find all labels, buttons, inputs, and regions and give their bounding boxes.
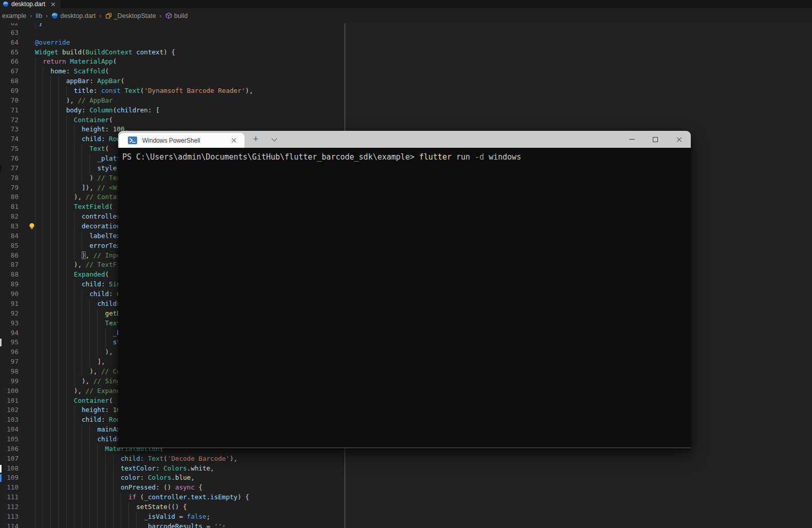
terminal-tab[interactable]: Windows PowerShell bbox=[119, 133, 244, 148]
indent-guides bbox=[35, 357, 97, 367]
indent-guides bbox=[35, 154, 97, 164]
indent-guides bbox=[35, 425, 97, 435]
code-line-67[interactable]: 67home: Scaffold( bbox=[0, 67, 345, 76]
code-line-69[interactable]: 69title: const Text('Dynamsoft Barcode R… bbox=[0, 86, 345, 96]
line-number[interactable]: 72 bbox=[0, 115, 18, 125]
code-line-107[interactable]: 107child: Text('Decode Barcode'), bbox=[0, 454, 345, 464]
line-number[interactable]: 105 bbox=[0, 435, 18, 444]
line-number[interactable]: 76 bbox=[0, 154, 18, 164]
line-number[interactable]: 75 bbox=[0, 144, 18, 154]
code-line-71[interactable]: 71body: Column(children: [ bbox=[0, 106, 345, 115]
line-number[interactable]: 91 bbox=[0, 299, 18, 309]
line-number[interactable]: 86 bbox=[0, 251, 18, 261]
code-line-70[interactable]: 70), // AppBar bbox=[0, 96, 345, 106]
line-number[interactable]: 99 bbox=[0, 377, 18, 386]
editor-tab-desktop-dart[interactable]: desktop.dart bbox=[0, 0, 61, 8]
line-number[interactable]: 81 bbox=[0, 202, 18, 212]
code-line-108[interactable]: 108textColor: Colors.white, bbox=[0, 464, 345, 474]
line-number[interactable]: 62 bbox=[0, 23, 18, 28]
indent-guides bbox=[35, 454, 121, 464]
line-number[interactable]: 78 bbox=[0, 173, 18, 183]
code-line-64[interactable]: 64@override bbox=[0, 38, 345, 48]
breadcrumb-item-method[interactable]: build bbox=[174, 12, 187, 19]
line-number[interactable]: 97 bbox=[0, 357, 18, 367]
line-number[interactable]: 82 bbox=[0, 212, 18, 222]
indent-guides bbox=[35, 222, 82, 231]
terminal-tab-close-icon[interactable] bbox=[231, 138, 236, 143]
line-number[interactable]: 66 bbox=[0, 57, 18, 67]
line-number[interactable]: 89 bbox=[0, 280, 18, 289]
line-number[interactable]: 104 bbox=[0, 425, 18, 435]
line-number[interactable]: 103 bbox=[0, 415, 18, 425]
line-number[interactable]: 96 bbox=[0, 347, 18, 357]
line-number[interactable]: 111 bbox=[0, 493, 18, 502]
line-number[interactable]: 84 bbox=[0, 231, 18, 241]
terminal-titlebar[interactable]: Windows PowerShell + bbox=[118, 131, 691, 148]
line-number[interactable]: 113 bbox=[0, 512, 18, 522]
terminal-body[interactable]: PS C:\Users\admin\Documents\GitHub\flutt… bbox=[118, 148, 691, 448]
new-tab-button[interactable]: + bbox=[250, 133, 262, 145]
line-number[interactable]: 90 bbox=[0, 289, 18, 299]
line-number[interactable]: 102 bbox=[0, 405, 18, 415]
line-number[interactable]: 93 bbox=[0, 319, 18, 328]
line-number[interactable]: 114 bbox=[0, 522, 18, 528]
editor-tab-close-icon[interactable] bbox=[50, 2, 55, 7]
breadcrumb-item-lib[interactable]: lib bbox=[36, 12, 43, 19]
close-button[interactable] bbox=[667, 131, 691, 148]
maximize-button[interactable] bbox=[644, 131, 667, 148]
code-line-113[interactable]: 113_isValid = false; bbox=[0, 512, 345, 522]
terminal-tab-title: Windows PowerShell bbox=[142, 137, 200, 144]
line-number[interactable]: 110 bbox=[0, 483, 18, 493]
indent-guides bbox=[35, 280, 82, 289]
code-line-68[interactable]: 68appBar: AppBar( bbox=[0, 76, 345, 86]
code-line-114[interactable]: 114_barcodeResults = ''; bbox=[0, 522, 345, 528]
indent-guides bbox=[35, 435, 97, 444]
line-number[interactable]: 69 bbox=[0, 86, 18, 96]
line-number[interactable]: 92 bbox=[0, 309, 18, 319]
code-line-112[interactable]: 112setState(() { bbox=[0, 502, 345, 512]
code-line-109[interactable]: 109color: Colors.blue, bbox=[0, 473, 345, 483]
code-line-110[interactable]: 110onPressed: () async { bbox=[0, 483, 345, 493]
line-number[interactable]: 108 bbox=[0, 464, 18, 474]
minimize-button[interactable] bbox=[620, 131, 644, 148]
code-line-63[interactable]: 63 bbox=[0, 28, 345, 38]
breadcrumb-item-example[interactable]: example bbox=[2, 12, 26, 19]
line-number[interactable]: 79 bbox=[0, 183, 18, 193]
line-number[interactable]: 65 bbox=[0, 48, 18, 57]
line-number[interactable]: 73 bbox=[0, 125, 18, 134]
code-line-72[interactable]: 72Container( bbox=[0, 115, 345, 125]
line-number[interactable]: 77 bbox=[0, 164, 18, 173]
line-number[interactable]: 64 bbox=[0, 38, 18, 48]
line-number[interactable]: 98 bbox=[0, 367, 18, 377]
tab-dropdown-chevron-icon[interactable] bbox=[272, 136, 277, 141]
code-line-66[interactable]: 66return MaterialApp( bbox=[0, 57, 345, 67]
line-number[interactable]: 106 bbox=[0, 444, 18, 454]
code-line-62[interactable]: 62} bbox=[0, 23, 345, 28]
line-number[interactable]: 70 bbox=[0, 96, 18, 106]
line-number[interactable]: 80 bbox=[0, 192, 18, 202]
indent-guides bbox=[35, 328, 113, 338]
line-number[interactable]: 95 bbox=[0, 338, 18, 347]
indent-guides bbox=[35, 367, 89, 377]
code-line-111[interactable]: 111if (_controller.text.isEmpty) { bbox=[0, 493, 345, 502]
line-number[interactable]: 107 bbox=[0, 454, 18, 464]
line-number[interactable]: 67 bbox=[0, 67, 18, 76]
line-number[interactable]: 68 bbox=[0, 76, 18, 86]
line-number[interactable]: 88 bbox=[0, 270, 18, 280]
terminal-command-line[interactable]: PS C:\Users\admin\Documents\GitHub\flutt… bbox=[118, 148, 691, 162]
line-number[interactable]: 101 bbox=[0, 396, 18, 406]
line-number[interactable]: 85 bbox=[0, 241, 18, 251]
line-number[interactable]: 71 bbox=[0, 106, 18, 115]
breadcrumb-item-class[interactable]: _DesktopState bbox=[114, 12, 156, 19]
line-number[interactable]: 109 bbox=[0, 473, 18, 483]
lightbulb-icon[interactable] bbox=[28, 223, 35, 230]
line-number[interactable]: 94 bbox=[0, 328, 18, 338]
line-number[interactable]: 74 bbox=[0, 134, 18, 144]
code-line-65[interactable]: 65Widget build(BuildContext context) { bbox=[0, 48, 345, 57]
line-number[interactable]: 63 bbox=[0, 28, 18, 38]
line-number[interactable]: 83 bbox=[0, 222, 18, 231]
line-number[interactable]: 100 bbox=[0, 386, 18, 396]
line-number[interactable]: 87 bbox=[0, 260, 18, 270]
breadcrumb-item-file[interactable]: desktop.dart bbox=[60, 12, 96, 19]
line-number[interactable]: 112 bbox=[0, 502, 18, 512]
